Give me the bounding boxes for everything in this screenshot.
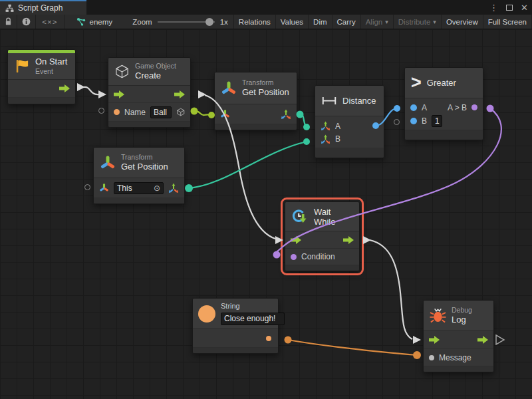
window-maximize-icon[interactable] [506,5,513,11]
node-get-position-top[interactable]: Transform Get Position [214,72,297,130]
graph-breadcrumb[interactable]: enemy [71,17,118,27]
script-graph-window: Script Graph ⋮ ✕ <×> enemy Zoom 1x Relat… [0,0,532,399]
wait-clock-icon [291,207,309,225]
condition-input-port[interactable] [291,254,297,260]
result-output-port[interactable] [471,104,477,110]
unconnected-port-indicator[interactable] [394,119,400,125]
node-debug-log[interactable]: Debug Log Message [423,300,494,372]
carry-button[interactable]: Carry [332,15,361,29]
b-value-field[interactable]: 1 [432,115,442,127]
result-label: A > B [448,103,467,112]
flow-output-port[interactable] [477,336,488,344]
state-machine-icon [76,17,86,27]
transform-icon [100,155,116,171]
unconnected-port-indicator[interactable] [84,184,90,190]
node-subtitle: Transform [121,153,168,162]
info-button[interactable] [17,15,36,29]
string-value-field[interactable]: Close enough! [221,313,285,325]
bug-icon [430,307,446,324]
node-subtitle: Game Object [135,62,176,70]
transform-input-port[interactable] [99,183,109,193]
node-title: Wait While [314,207,353,227]
info-icon [22,17,31,26]
toolbar-buttons: Relations Values Dim Carry Align▾ Distri… [233,15,532,29]
position-output-port[interactable] [281,109,291,120]
node-title: Distance [342,96,376,106]
node-distance[interactable]: Distance A B [315,85,384,158]
tab-script-graph[interactable]: Script Graph [0,0,86,15]
preview-code-button[interactable]: <×> [36,15,65,29]
node-subtitle: Transform [242,78,289,87]
b-input-port[interactable] [410,118,417,124]
message-input-port[interactable] [429,355,434,360]
object-picker-icon: ⊙ [154,184,160,193]
chevron-down-icon: ▾ [433,19,436,25]
port-label: B [422,116,427,126]
node-on-start[interactable]: On Start Event [7,49,76,104]
zoom-control: Zoom 1x [127,15,233,29]
a-input-port[interactable] [410,104,417,111]
node-title: String [221,302,285,311]
node-title: Get Position [121,162,168,172]
port-label: Condition [301,252,335,261]
target-field[interactable]: This⊙ [114,182,164,194]
zoom-slider[interactable] [158,15,215,29]
node-title: Greater [427,78,456,88]
align-button: Align▾ [361,15,394,29]
port-label: A [422,103,427,112]
relations-button[interactable]: Relations [233,15,276,29]
port-label: B [335,134,340,144]
flow-output-port[interactable] [343,236,354,244]
vector-a-input-port[interactable] [321,121,331,131]
string-icon [198,305,215,323]
game-object-icon [176,107,185,117]
string-output-port[interactable] [266,336,271,341]
code-toggle-icon: <×> [42,18,57,26]
lock-button[interactable] [0,15,17,29]
dim-button[interactable]: Dim [309,15,332,29]
node-greater[interactable]: > Greater A A > B B 1 [404,67,483,140]
name-value-field[interactable]: Ball [150,106,172,118]
flow-input-port[interactable] [429,336,440,344]
values-button[interactable]: Values [276,15,309,29]
lock-icon [5,17,12,26]
window-close-icon[interactable]: ✕ [521,3,528,12]
distance-icon [321,96,337,106]
port-label: Message [439,353,471,362]
node-title: Create [135,70,176,81]
node-string[interactable]: String Close enough! [192,298,279,354]
flow-input-port[interactable] [114,90,124,98]
flow-output-port[interactable] [59,84,70,92]
zoom-label: Zoom [132,18,152,26]
script-graph-icon [5,4,14,13]
overview-button[interactable]: Overview [442,15,483,29]
flow-output-port[interactable] [174,90,185,98]
position-output-port[interactable] [168,183,179,194]
vector-b-input-port[interactable] [321,134,331,144]
transform-input-port[interactable] [220,109,230,119]
zoom-slider-handle[interactable] [205,18,213,26]
window-controls: ⋮ ✕ [489,0,528,15]
node-title: Get Position [242,87,289,98]
name-input-port[interactable] [114,109,120,115]
graph-name-label: enemy [90,18,113,26]
node-title: On Start [35,57,67,67]
cube-icon [114,64,130,79]
node-wait-while[interactable]: Wait While Condition [285,201,360,271]
tab-bar: Script Graph ⋮ ✕ [0,0,532,15]
node-title: Log [452,315,472,325]
unconnected-port-indicator[interactable] [98,108,104,114]
node-get-position-bottom[interactable]: Transform Get Position This⊙ [93,147,185,204]
node-subtitle: Event [35,67,67,76]
graph-toolbar: <×> enemy Zoom 1x Relations Values Dim C… [0,15,532,29]
port-label: A [335,122,340,131]
node-subtitle: Debug [452,306,472,315]
flow-input-port[interactable] [291,236,301,244]
fullscreen-button[interactable]: Full Screen [483,15,532,29]
node-create[interactable]: Game Object Create Name Ball [108,57,191,128]
greater-icon: > [411,74,422,92]
window-menu-icon[interactable]: ⋮ [489,3,498,12]
tab-title: Script Graph [18,3,63,13]
chevron-down-icon: ▾ [385,19,388,25]
transform-icon [221,80,237,96]
